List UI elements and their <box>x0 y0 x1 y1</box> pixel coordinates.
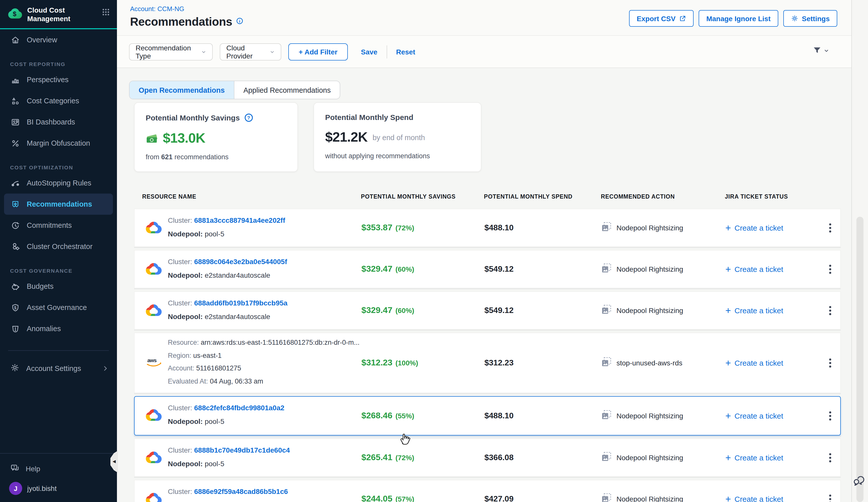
row-menu-button[interactable] <box>827 451 833 464</box>
chevron-down-icon <box>201 49 206 55</box>
cluster-link[interactable]: 6888b1c70e49db17c1de60c4 <box>194 446 290 454</box>
sidebar-item-cost-categories[interactable]: Cost Categories <box>0 90 117 112</box>
create-ticket-label: Create a ticket <box>734 306 783 315</box>
resource-value: 511616801275 <box>196 364 241 372</box>
table-row[interactable]: Cluster: 6888b1c70e49db17c1de60c4Nodepoo… <box>134 439 841 477</box>
monthly-spend-cell: $549.12 <box>484 265 514 274</box>
sidebar-item-bi-dashboards[interactable]: BI Dashboards <box>0 112 117 133</box>
savings-percent: (60%) <box>395 265 414 273</box>
action-label: Nodepool Rightsizing <box>617 224 683 232</box>
savings-amount: $329.47 <box>361 264 392 274</box>
breadcrumb-account-link[interactable]: Account: CCM-NG <box>130 5 184 13</box>
plus-icon: + <box>725 453 731 462</box>
resource-line: Cluster: 688add6fb019b17f9bccb95a <box>168 299 288 313</box>
table-row[interactable]: Cluster: 688c2fefc84fbdc99801a0a2Nodepoo… <box>134 396 841 436</box>
sidebar-divider <box>8 350 109 351</box>
resource-label: Cluster: <box>168 404 194 412</box>
table-row[interactable]: Cluster: 6881a3ccc887941a4ee202ffNodepoo… <box>134 209 841 247</box>
savings-subtitle: from 621 recommendations <box>146 153 286 161</box>
aws-provider-icon: aws <box>146 356 163 369</box>
resource-label: Cluster: <box>168 488 194 495</box>
reset-filter-button[interactable]: Reset <box>396 48 415 56</box>
table-row[interactable]: Cluster: 688add6fb019b17f9bccb95aNodepoo… <box>134 291 841 330</box>
sidebar-item-label: BI Dashboards <box>27 118 75 126</box>
filter-bar: Recommendation Type Cloud Provider + Add… <box>117 36 851 68</box>
resource-name-cell: Cluster: 688c2fefc84fbdc99801a0a2Nodepoo… <box>168 404 284 431</box>
create-ticket-button[interactable]: +Create a ticket <box>725 306 783 315</box>
row-menu-button[interactable] <box>827 221 833 234</box>
app-switcher-grid-icon[interactable] <box>102 8 110 18</box>
cluster-link[interactable]: 688c2fefc84fbdc99801a0a2 <box>194 404 284 412</box>
vertical-scrollbar[interactable] <box>851 0 868 502</box>
app-title: Cloud Cost Management <box>27 6 102 23</box>
manage-ignore-list-button[interactable]: Manage Ignore List <box>699 10 778 27</box>
row-menu-button[interactable] <box>827 493 833 502</box>
sidebar-item-help[interactable]: ? Help <box>0 459 117 479</box>
tab-open-recommendations[interactable]: Open Recommendations <box>130 81 234 99</box>
spend-qualifier: by end of month <box>372 133 425 142</box>
recommendations-icon <box>10 199 20 209</box>
tab-applied-recommendations[interactable]: Applied Recommendations <box>234 81 340 99</box>
column-resource-name: RESOURCE NAME <box>142 194 196 200</box>
resource-label: Nodepool: <box>168 271 205 279</box>
cluster-link[interactable]: 688add6fb019b17f9bccb95a <box>194 299 287 307</box>
table-row[interactable]: Cluster: 6886e92f59a48cad86b5b1c6$244.05… <box>134 480 841 502</box>
cloud-provider-dropdown[interactable]: Cloud Provider <box>220 43 281 61</box>
row-menu-button[interactable] <box>827 409 833 422</box>
sidebar-item-anomalies[interactable]: Anomalies <box>0 318 117 339</box>
sidebar-item-asset-governance[interactable]: $Asset Governance <box>0 297 117 318</box>
table-row[interactable]: Cluster: 68898c064e3e2ba0e544005fNodepoo… <box>134 250 841 288</box>
row-menu-button[interactable] <box>827 304 833 317</box>
resource-line: Nodepool: e2standar4autoscale <box>168 271 287 285</box>
row-menu-button[interactable] <box>827 357 833 369</box>
user-menu[interactable]: J jyoti.bisht <box>0 479 117 502</box>
plus-icon: + <box>725 411 731 421</box>
scrollbar-thumb[interactable] <box>856 217 864 502</box>
resource-value: e2standar4autoscale <box>205 313 270 321</box>
sidebar-item-margin-obfuscation[interactable]: Margin Obfuscation <box>0 133 117 154</box>
sidebar-section-label: COST OPTIMIZATION <box>0 162 117 172</box>
cluster-link[interactable]: 6881a3ccc887941a4ee202ff <box>194 216 285 224</box>
resource-value: pool-5 <box>205 460 224 468</box>
create-ticket-button[interactable]: +Create a ticket <box>725 411 783 421</box>
create-ticket-button[interactable]: +Create a ticket <box>725 223 783 233</box>
sidebar-item-budgets[interactable]: Budgets <box>0 276 117 297</box>
external-link-icon <box>679 15 686 22</box>
sidebar-item-recommendations[interactable]: Recommendations <box>4 194 113 215</box>
create-ticket-button[interactable]: +Create a ticket <box>725 494 783 502</box>
resource-value: pool-5 <box>205 230 224 238</box>
sidebar-item-autostopping-rules[interactable]: AutoStopping Rules <box>0 172 117 194</box>
cluster-link[interactable]: 6886e92f59a48cad86b5b1c6 <box>194 488 288 495</box>
plus-icon: + <box>725 494 731 502</box>
resource-line: Nodepool: pool-5 <box>168 460 290 473</box>
resource-value: pool-5 <box>205 417 224 425</box>
create-ticket-button[interactable]: +Create a ticket <box>725 264 783 274</box>
export-csv-button[interactable]: Export CSV <box>629 10 694 27</box>
sidebar-item-overview[interactable]: Overview <box>0 29 117 50</box>
filter-panel-toggle[interactable] <box>813 46 829 55</box>
sidebar-item-cluster-orchestrator[interactable]: Cluster Orchestrator <box>0 236 117 257</box>
save-filter-button[interactable]: Save <box>361 48 377 56</box>
recommended-action-cell: Nodepool Rightsizing <box>601 263 683 275</box>
support-chat-icon[interactable] <box>852 474 866 489</box>
row-menu-button[interactable] <box>827 263 833 276</box>
sidebar-item-account-settings[interactable]: Account Settings <box>0 358 117 379</box>
recommendations-count: 621 <box>161 153 173 161</box>
create-ticket-button[interactable]: +Create a ticket <box>725 453 783 462</box>
column-monthly-savings: POTENTIAL MONTHLY SAVINGS <box>361 194 456 200</box>
collapse-arrow-icon: ◀ <box>113 460 116 464</box>
table-row[interactable]: awsResource: arn:aws:rds:us-east-1:51161… <box>134 333 841 393</box>
savings-percent: (100%) <box>395 359 418 367</box>
sidebar-item-perspectives[interactable]: Perspectives <box>0 69 117 90</box>
chevron-down-icon <box>824 48 829 53</box>
recommendation-type-dropdown[interactable]: Recommendation Type <box>129 43 213 61</box>
sidebar-item-commitments[interactable]: Commitments <box>0 215 117 236</box>
savings-amount: $244.05 <box>361 494 392 502</box>
settings-button[interactable]: Settings <box>783 10 837 27</box>
cluster-link[interactable]: 68898c064e3e2ba0e544005f <box>194 258 287 265</box>
create-ticket-button[interactable]: +Create a ticket <box>725 358 783 368</box>
add-filter-button[interactable]: + Add Filter <box>288 43 348 61</box>
info-icon[interactable] <box>236 17 244 27</box>
question-help-icon[interactable]: ? <box>244 113 253 123</box>
monthly-savings-cell: $265.41(72%) <box>361 453 414 463</box>
